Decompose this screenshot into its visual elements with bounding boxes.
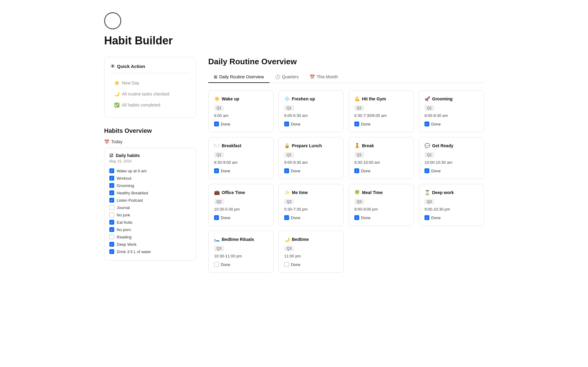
freshen-up-checkbox[interactable]: ✓ [284, 122, 289, 126]
prepare-lunch-time: 9:00-9:30 am [284, 160, 338, 165]
habit-label-4: Listen Podcast [117, 198, 143, 203]
bedtime-time: 11:00 pm [284, 254, 338, 258]
meal-time-title: Meal Time [362, 190, 383, 195]
grooming-checkbox[interactable]: ✓ [424, 122, 429, 126]
habit-item[interactable]: Reading [109, 233, 191, 241]
routine-card-header: ⏳ Deep work [424, 190, 478, 195]
routine-card-breakfast: 🍽️ Breakfast Q1 8:30-9:00 am ✓ Done [208, 137, 273, 179]
breakfast-quarter: Q1 [214, 152, 224, 158]
routine-card-header: 💼 Office Time [214, 190, 268, 195]
prepare-lunch-icon: 🔒 [284, 143, 290, 148]
breakfast-checkbox[interactable]: ✓ [214, 168, 219, 173]
deep-work-done[interactable]: ✓ Done [424, 215, 478, 220]
sun-icon: ☀️ [114, 81, 119, 85]
meal-time-quarter: Q3 [354, 199, 364, 204]
deep-work-time: 9:00-10:30 pm [424, 207, 478, 212]
bedtime-checkbox[interactable] [284, 262, 289, 267]
check-circle-icon: ✅ [114, 103, 119, 107]
habit-item[interactable]: ✓ Drink 3.5 L of water [109, 248, 191, 255]
bedtime-rituals-done[interactable]: Done [214, 262, 268, 267]
today-label-text: Today [111, 139, 123, 144]
break-checkbox[interactable]: ✓ [354, 168, 359, 173]
bedtime-rituals-checkbox[interactable] [214, 262, 219, 267]
habit-item[interactable]: Journal [109, 204, 191, 211]
moon-icon: 🌙 [114, 92, 119, 96]
tab-daily-routine[interactable]: ⊞ Daily Routine Overview [208, 71, 270, 83]
deep-work-checkbox[interactable]: ✓ [424, 215, 429, 220]
gym-checkbox[interactable]: ✓ [354, 122, 359, 126]
habit-checkbox-7[interactable]: ✓ [109, 220, 114, 225]
meal-time-time: 8:00-9:00 pm [354, 207, 408, 212]
break-done-label: Done [361, 169, 371, 173]
office-time-time: 10:30-5:30 pm [214, 207, 268, 212]
me-time-done[interactable]: ✓ Done [284, 215, 338, 220]
routine-card-header: ❄️ Freshen up [284, 96, 338, 102]
gym-done[interactable]: ✓ Done [354, 122, 408, 126]
tab-daily-routine-label: Daily Routine Overview [219, 74, 264, 79]
wake-up-checkbox[interactable]: ✓ [214, 122, 219, 126]
habit-item[interactable]: ✓ Listen Podcast [109, 197, 191, 204]
office-time-checkbox[interactable]: ✓ [214, 215, 219, 220]
quick-action-item-habits-completed[interactable]: ✅ All habits completed [111, 100, 190, 110]
freshen-up-time: 6:00-6:30 am [284, 113, 338, 118]
get-ready-done-label: Done [431, 169, 441, 173]
habit-item[interactable]: ✓ No porn [109, 226, 191, 233]
tab-this-month[interactable]: 📅 This Month [304, 71, 343, 83]
get-ready-done[interactable]: ✓ Done [424, 168, 478, 173]
quick-action-card: ✳ Quick Action ☀️ New Day 🌙 All routine … [104, 57, 196, 118]
routine-card-get-ready: 💬 Get Ready Q1 10:00-10:30 am ✓ Done [419, 137, 484, 179]
habit-label-5: Journal [117, 205, 130, 210]
habit-checkbox-6[interactable] [109, 212, 114, 217]
habit-checkbox-9[interactable] [109, 234, 114, 239]
quick-action-item-new-day[interactable]: ☀️ New Day [111, 78, 190, 88]
routine-card-deep-work: ⏳ Deep work Q3 9:00-10:30 pm ✓ Done [419, 184, 484, 226]
habit-item[interactable]: ✓ Healthy Breakfast [109, 189, 191, 197]
me-time-checkbox[interactable]: ✓ [284, 215, 289, 220]
me-time-done-label: Done [291, 215, 300, 220]
prepare-lunch-checkbox[interactable]: ✓ [284, 168, 289, 173]
bedtime-done[interactable]: Done [284, 262, 338, 267]
habit-checkbox-2[interactable]: ✓ [109, 183, 114, 188]
habit-item[interactable]: ✓ Eat fruits [109, 219, 191, 226]
grooming-time: 8:00-8:30 am [424, 113, 478, 118]
app-title: Habit Builder [104, 34, 484, 47]
habit-checkbox-1[interactable]: ✓ [109, 176, 114, 181]
quick-action-item-tasks-checked[interactable]: 🌙 All routine tasks checked [111, 89, 190, 99]
meal-time-checkbox[interactable]: ✓ [354, 215, 359, 220]
habit-item[interactable]: ✓ Wake up at 6 am [109, 167, 191, 174]
breakfast-done-label: Done [221, 169, 230, 173]
grooming-done[interactable]: ✓ Done [424, 122, 478, 126]
prepare-lunch-quarter: Q1 [284, 152, 294, 158]
break-done[interactable]: ✓ Done [354, 168, 408, 173]
freshen-up-done-label: Done [291, 122, 300, 126]
prepare-lunch-done[interactable]: ✓ Done [284, 168, 338, 173]
office-time-done[interactable]: ✓ Done [214, 215, 268, 220]
new-day-label: New Day [122, 81, 139, 85]
habit-checkbox-10[interactable]: ✓ [109, 242, 114, 247]
meal-time-done[interactable]: ✓ Done [354, 215, 408, 220]
get-ready-checkbox[interactable]: ✓ [424, 168, 429, 173]
meal-time-icon: 🍀 [354, 190, 360, 195]
habit-item[interactable]: ✓ Workout [109, 174, 191, 182]
habit-checkbox-0[interactable]: ✓ [109, 168, 114, 173]
deep-work-quarter: Q3 [424, 199, 434, 204]
me-time-icon: ✨ [284, 190, 290, 195]
routine-card-me-time: ✨ Me time Q2 5:30-7:30 pm ✓ Done [278, 184, 344, 226]
habit-item[interactable]: ✓ Grooming [109, 182, 191, 189]
habit-checkbox-3[interactable]: ✓ [109, 190, 114, 195]
habit-checkbox-4[interactable]: ✓ [109, 198, 114, 203]
tab-quarters[interactable]: 🕐 Quarters [270, 71, 304, 83]
habit-item[interactable]: No junk [109, 211, 191, 219]
wake-up-done[interactable]: ✓ Done [214, 122, 268, 126]
habit-checkbox-11[interactable]: ✓ [109, 249, 114, 254]
freshen-up-done[interactable]: ✓ Done [284, 122, 338, 126]
breakfast-done[interactable]: ✓ Done [214, 168, 268, 173]
habit-item[interactable]: ✓ Deep Work [109, 241, 191, 248]
prepare-lunch-done-label: Done [291, 169, 300, 173]
bedtime-quarter: Q3 [284, 246, 294, 251]
quick-action-title: Quick Action [117, 64, 145, 69]
habit-checkbox-8[interactable]: ✓ [109, 227, 114, 232]
habit-checkbox-5[interactable] [109, 205, 114, 210]
routines-grid: ☀️ Wake up Q1 6:00 am ✓ Done ❄️ Freshen … [208, 90, 484, 273]
office-time-icon: 💼 [214, 190, 220, 195]
